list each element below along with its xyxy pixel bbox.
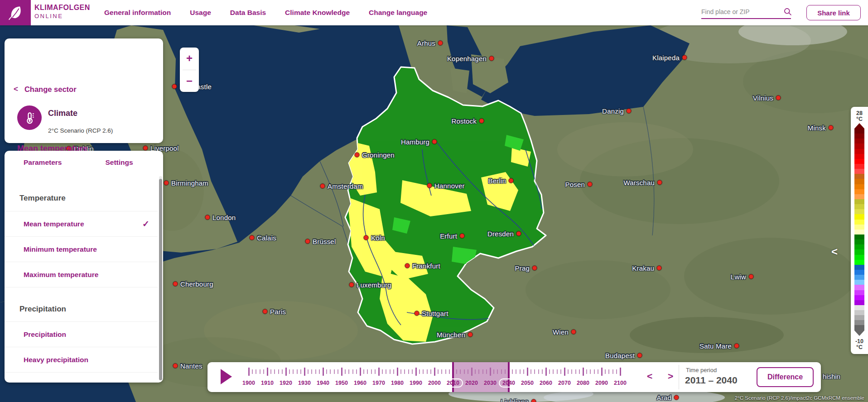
- legend-color-band: [854, 199, 864, 204]
- parameter-item-minimum-temperature[interactable]: Minimum temperature: [5, 236, 158, 262]
- legend-collapse-chevron-icon[interactable]: <: [831, 245, 838, 258]
- search-input[interactable]: [701, 8, 783, 15]
- city-dot[interactable]: [588, 182, 593, 187]
- city-dot[interactable]: [173, 364, 178, 368]
- city-label: Amsterdam: [328, 182, 363, 190]
- search-field[interactable]: [701, 5, 791, 19]
- tick-minor: [363, 369, 364, 374]
- legend-color-band: [854, 310, 864, 315]
- nav-item-general-information[interactable]: General information: [104, 9, 171, 17]
- city-dot[interactable]: [143, 146, 148, 151]
- city-dot[interactable]: [415, 311, 420, 316]
- tab-settings[interactable]: Settings: [105, 158, 133, 167]
- city-dot[interactable]: [749, 274, 754, 279]
- selected-period-band[interactable]: [453, 362, 509, 392]
- change-sector-button[interactable]: < Change sector: [14, 85, 77, 94]
- city-dot[interactable]: [531, 399, 536, 402]
- city-dot[interactable]: [532, 266, 537, 271]
- city-dot[interactable]: [438, 41, 443, 46]
- city-label: Luxemburg: [357, 281, 391, 289]
- tick-minor: [375, 369, 376, 374]
- city-label: Hannover: [434, 182, 465, 190]
- tick-minor: [293, 369, 294, 374]
- legend-color-band: [854, 230, 864, 234]
- city-dot[interactable]: [829, 125, 834, 130]
- city-dot[interactable]: [355, 153, 360, 158]
- city-dot[interactable]: [460, 234, 465, 239]
- tick-major: [397, 368, 398, 376]
- search-icon[interactable]: [783, 7, 792, 16]
- city-label: Paris: [270, 308, 286, 316]
- city-dot[interactable]: [657, 266, 662, 271]
- panel-scrollbar-thumb[interactable]: [159, 179, 162, 380]
- selected-end-year[interactable]: 2040: [499, 378, 519, 388]
- city-dot[interactable]: [349, 282, 354, 287]
- city-dot[interactable]: [250, 235, 255, 240]
- tick-minor: [348, 369, 349, 374]
- parameter-item-label: Heavy precipitation: [24, 356, 88, 364]
- city-dot[interactable]: [305, 239, 310, 244]
- city-dot[interactable]: [637, 353, 642, 358]
- city-dot[interactable]: [468, 332, 473, 337]
- city-dot[interactable]: [427, 183, 432, 188]
- parameter-item-mean-temperature[interactable]: Mean temperature✓: [5, 211, 158, 236]
- city-dot[interactable]: [405, 263, 410, 268]
- tick-minor: [427, 369, 428, 374]
- city-dot[interactable]: [432, 139, 437, 144]
- band-edge-start[interactable]: [452, 362, 454, 392]
- zoom-out-button[interactable]: −: [180, 70, 199, 92]
- nav-item-change-language[interactable]: Change language: [369, 9, 427, 17]
- city-dot[interactable]: [657, 180, 662, 185]
- selected-start-year[interactable]: 2010: [443, 378, 463, 388]
- app-logo[interactable]: [0, 0, 31, 25]
- parameter-item-heavy-precipitation[interactable]: Heavy precipitation: [5, 347, 158, 372]
- city-dot[interactable]: [364, 235, 369, 240]
- city-label: London: [212, 214, 236, 221]
- nav-item-data-basis[interactable]: Data Basis: [230, 9, 266, 17]
- nav-item-climate-knowledge[interactable]: Climate Knowledge: [285, 9, 350, 17]
- tick-minor: [270, 369, 271, 374]
- city-dot[interactable]: [205, 215, 210, 220]
- legend-min: -10 °C: [851, 339, 868, 350]
- parameter-item-precipitation[interactable]: Precipitation: [5, 321, 158, 347]
- city-dot[interactable]: [734, 344, 739, 349]
- tick-minor: [605, 369, 606, 374]
- share-link-button[interactable]: Share link: [806, 5, 861, 20]
- tick-minor: [616, 369, 617, 374]
- city-dot[interactable]: [263, 309, 268, 314]
- city-dot[interactable]: [516, 231, 521, 236]
- parameter-item-label: Minimum temperature: [24, 245, 97, 254]
- tick-minor: [445, 369, 446, 374]
- city-dot[interactable]: [509, 178, 514, 183]
- band-edge-end[interactable]: [508, 362, 510, 392]
- city-dot[interactable]: [489, 56, 494, 61]
- thermometer-icon: [23, 111, 36, 124]
- city-dot[interactable]: [627, 109, 632, 114]
- city-dot[interactable]: [674, 395, 679, 400]
- city-dot[interactable]: [172, 84, 177, 89]
- zoom-in-button[interactable]: +: [180, 48, 199, 70]
- city-dot[interactable]: [173, 282, 178, 287]
- city-dot[interactable]: [776, 96, 781, 100]
- tick-major: [415, 368, 417, 376]
- city-label: Hamburg: [401, 138, 429, 146]
- city-dot[interactable]: [164, 181, 169, 186]
- legend-color-band: [854, 265, 864, 270]
- tick-minor: [404, 369, 405, 374]
- tab-parameters[interactable]: Parameters: [24, 158, 62, 167]
- city-dot[interactable]: [320, 184, 325, 189]
- parameter-item-maximum-temperature[interactable]: Maximum temperature: [5, 262, 158, 287]
- tick-major: [434, 368, 435, 376]
- tick-minor: [319, 369, 320, 374]
- legend-arrow-up-icon: [854, 123, 864, 129]
- city-label: Calais: [257, 234, 276, 242]
- city-dot[interactable]: [682, 55, 687, 60]
- city-dot[interactable]: [571, 330, 576, 335]
- city-dot[interactable]: [479, 119, 484, 124]
- tick-minor: [608, 369, 609, 374]
- nav-item-usage[interactable]: Usage: [190, 9, 211, 17]
- city-label: Erfurt: [440, 232, 457, 240]
- parameter-item-climatic-water-balance[interactable]: Climatic water balance: [5, 372, 158, 383]
- city-label: Cherbourg: [180, 280, 213, 288]
- brand-line1: KLIMAFOLGEN: [34, 4, 90, 12]
